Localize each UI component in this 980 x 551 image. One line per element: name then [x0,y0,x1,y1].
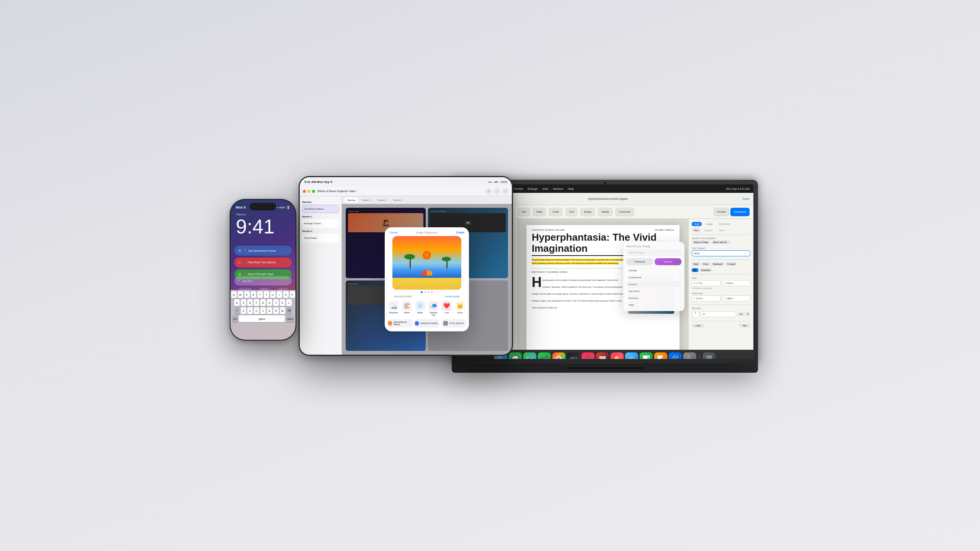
dock-pages[interactable]: 📝 [654,352,667,359]
panel-sub-text[interactable]: Text [692,228,701,232]
dialog-cancel-btn[interactable]: Cancel [389,231,398,234]
wrap-none-control[interactable]: None [692,250,750,256]
suggestion-mountains[interactable]: 🏔️ Mountains [388,301,399,316]
key-space[interactable]: space [239,315,285,322]
key-return[interactable]: return [286,315,294,322]
key-i[interactable]: I [277,291,282,298]
key-y[interactable]: Y [264,291,269,298]
key-v[interactable]: V [260,307,266,314]
panel-tab-style[interactable]: Style [692,222,702,226]
suggestion-winter[interactable]: ❄️ Winter [415,301,426,316]
toolbar-comment[interactable]: Comment [616,208,634,216]
menu-format[interactable]: Format [514,187,523,191]
style-sketch-btn[interactable]: STYLE SKETCH [441,319,466,328]
panel-sub-alpha[interactable]: Alpha [717,228,727,232]
ai-option-friendly[interactable]: Friendly [626,267,681,274]
ipad-toolbar-icon-3[interactable]: + [502,188,509,195]
dock-trash[interactable]: 🗑️ [703,352,716,359]
key-x[interactable]: X [247,307,253,314]
ai-input-field[interactable]: Type a change... [626,249,681,256]
ai-option-keypoints[interactable]: Key Points [626,288,681,294]
key-t[interactable]: T [257,291,263,298]
key-a[interactable]: A [234,299,240,306]
toolbar-textbox[interactable]: Text [565,208,577,216]
ipad-section-1[interactable]: The Effects of Music... [302,205,339,213]
dock-xcod[interactable]: 🛠️ [669,352,682,359]
toolbar-table[interactable]: Table [533,208,546,216]
key-h[interactable]: H [267,299,272,306]
notification-music[interactable]: 🎵 Play Road Trip Classics [234,258,292,267]
key-w[interactable]: W [238,291,243,298]
key-o[interactable]: O [283,291,289,298]
toolbar-format-btn[interactable]: Format [714,208,729,216]
dock-maps[interactable]: 🗺️ [523,352,536,359]
ipad-section-recent[interactable]: Recent Studies [302,234,339,242]
rotate-wheel[interactable] [692,310,699,318]
key-k[interactable]: K [280,299,285,306]
move-with-btn[interactable]: Move with Te... [711,240,730,244]
height-control[interactable]: H 3.23 in [722,280,751,286]
menu-arrange[interactable]: Arrange [528,187,538,191]
ipad-toolbar-icon-2[interactable]: □ [493,188,500,195]
key-z[interactable]: Z [241,307,246,314]
toolbar-media[interactable]: Media [598,208,612,216]
dock-settings[interactable]: 🔧 [683,352,696,359]
key-d[interactable]: D [247,299,253,306]
dock-numbers[interactable]: 📊 [640,352,653,359]
ai-rewrite-btn[interactable]: Rewrite [655,258,681,265]
forward-btn[interactable]: Forward [725,262,737,266]
width-control[interactable]: W 7.7 in [692,280,720,286]
ipad-tab-section3[interactable]: Section 3 [390,197,405,203]
toolbar-chart[interactable]: Chart [549,208,562,216]
ai-option-concise[interactable]: Concise [626,281,681,287]
toolbar-document-btn[interactable]: Document [730,208,750,216]
ipad-toolbar-icon-1[interactable]: ⟲ [485,188,492,195]
key-s[interactable]: S [241,299,246,306]
dock-news[interactable]: 📰 [596,352,609,359]
dock-facetime[interactable]: 📹 [538,352,551,359]
ipad-tab-section1[interactable]: Section 1 [359,197,374,203]
align-left-btn[interactable]: ⬛ [692,268,698,272]
toolbar-shape[interactable]: Shape [580,208,595,216]
dock-photos[interactable]: 🌸 [552,352,565,359]
angle-control[interactable]: 0° [701,311,736,317]
key-c[interactable]: C [254,307,259,314]
dock-music[interactable]: 🎵 [581,352,595,359]
key-delete[interactable]: ⌫ [286,307,292,314]
front-btn[interactable]: Front [701,262,710,266]
dock-app2[interactable]: ⚙️ [625,352,638,359]
lock-btn[interactable]: Lock [692,324,704,328]
menu-window[interactable]: Window [553,187,563,191]
key-e[interactable]: E [244,291,250,298]
panel-tab-image[interactable]: Image [703,222,715,226]
key-n[interactable]: N [273,307,279,314]
person-choose-btn[interactable]: 👤 PERSON CHOOSE... [414,319,439,328]
ai-proofread-btn[interactable]: Proofread [626,258,653,265]
suggestion-baseball-cap[interactable]: 🧢 Baseball Cap [428,301,439,316]
key-shift[interactable]: ⇧ [234,307,240,314]
suggestion-beach[interactable]: 🏖️ Beach [402,301,412,316]
suggestion-love[interactable]: ❤️ Love [441,301,452,316]
key-123[interactable]: 123 [232,315,238,322]
ai-option-professional[interactable]: Professional [626,274,681,280]
dock-app1[interactable]: 🔔 [611,352,624,359]
describe-image-btn[interactable]: DESCRIBE AN IMAGE [388,319,413,328]
back-btn[interactable]: Back [692,262,700,266]
pos-y-control[interactable]: Y 1.89 in [722,295,751,302]
backward-btn[interactable]: Backward [711,262,724,266]
key-q[interactable]: Q [231,291,237,298]
key-r[interactable]: R [251,291,256,298]
ai-option-summary[interactable]: Summary [626,295,681,301]
pos-x-control[interactable]: X 0.22 in [692,295,720,302]
show-more-btn[interactable]: SHOW MORE [441,295,464,299]
share-btn[interactable]: Share [742,197,750,200]
pages-canvas-area[interactable]: COGNITIVE SCIENCE COLUMN VOLUME 7, ISSUE… [518,219,688,350]
panel-sub-spacing[interactable]: Spacing [702,228,715,232]
flip-v-btn[interactable]: ⇕ [745,312,750,316]
toolbar-text[interactable]: Text [518,208,530,216]
key-j[interactable]: J [273,299,279,306]
ipad-tab-opening[interactable]: Opening [344,197,358,203]
ipad-section-neurologic[interactable]: Neurologic Connect... [302,219,339,228]
suggestion-crown[interactable]: 👑 Crown [455,301,466,316]
ipad-tl-green[interactable] [312,190,315,193]
